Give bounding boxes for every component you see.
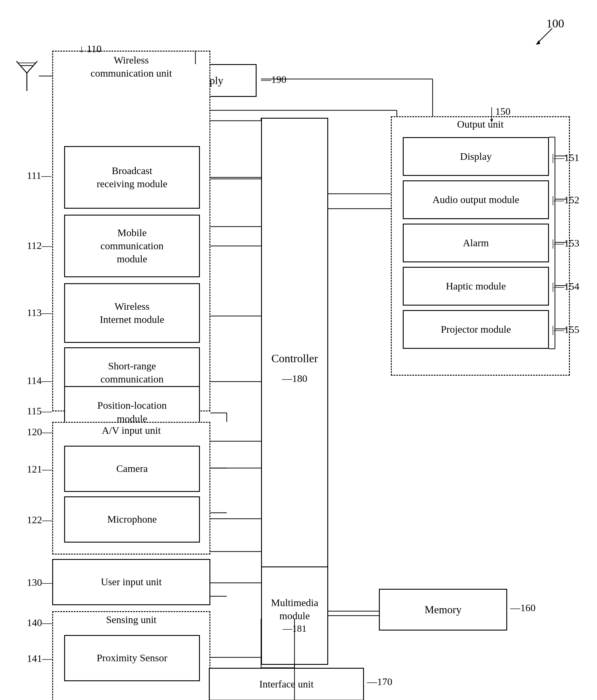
- ref-155: |—155: [552, 324, 579, 335]
- ref-110: ↓ 110: [79, 43, 101, 54]
- memory-box: Memory: [379, 589, 507, 630]
- ref-120: 120—: [27, 426, 52, 438]
- ref-115: 115—: [27, 405, 52, 417]
- sensing-unit-label: Sensing unit: [58, 614, 205, 625]
- ref-114: 114—: [27, 375, 52, 386]
- haptic-box: Haptic module: [403, 267, 549, 306]
- ref-140: 140—: [27, 617, 52, 628]
- ref-111: 111—: [27, 170, 51, 181]
- ref-121: 121—: [27, 464, 52, 475]
- antenna-icon: [15, 58, 39, 94]
- av-input-label: A/V input unit: [58, 425, 205, 436]
- output-unit-label: Output unit: [397, 119, 564, 130]
- ref-150-arrow: [483, 104, 501, 122]
- svg-marker-26: [490, 119, 493, 122]
- wireless-comm-unit-label: Wirelesscommunication unit: [58, 54, 205, 80]
- ref-141: 141—: [27, 653, 52, 664]
- broadcast-receiving-box: Broadcast receiving module: [64, 146, 200, 209]
- ref-152: |—152: [552, 194, 579, 206]
- user-input-box: User input unit: [52, 559, 210, 605]
- diagram: 100: [0, 0, 597, 700]
- ref-122: 122—: [27, 514, 52, 526]
- alarm-box: Alarm: [403, 224, 549, 262]
- controller-box: Controller —180: [261, 118, 328, 619]
- ref-112: 112—: [27, 240, 52, 251]
- camera-box: Camera: [64, 446, 200, 492]
- proximity-sensor-box: Proximity Sensor: [64, 635, 200, 681]
- ref-170: —170: [367, 676, 392, 688]
- svg-line-0: [537, 28, 552, 43]
- ref-190: —190: [261, 74, 286, 85]
- ref-160: —160: [510, 602, 535, 614]
- ref-130: 130—: [27, 577, 52, 588]
- audio-output-box: Audio output module: [403, 180, 549, 219]
- ref-154: |—154: [552, 281, 579, 292]
- multimedia-module-box: Multimedia module —181: [261, 567, 328, 665]
- interface-unit-box: Interface unit: [209, 668, 364, 700]
- ref-100-arrow: [531, 25, 555, 49]
- mobile-comm-box: Mobile communication module: [64, 215, 200, 277]
- microphone-box: Microphone: [64, 496, 200, 543]
- projector-box: Projector module: [403, 310, 549, 349]
- wireless-internet-box: Wireless Internet module: [64, 283, 200, 343]
- ref-113: 113—: [27, 307, 52, 318]
- display-box: Display: [403, 137, 549, 176]
- ref-151: |—151: [552, 152, 579, 164]
- ref-153: |—153: [552, 238, 579, 249]
